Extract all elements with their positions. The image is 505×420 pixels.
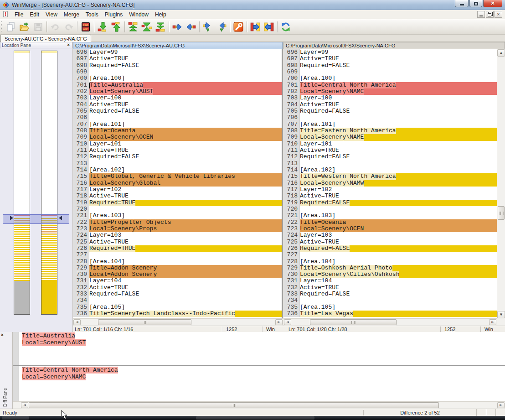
code-line[interactable]: 732Active=TRUE: [73, 285, 282, 291]
menu-item-merge[interactable]: Merge: [61, 10, 82, 19]
code-line[interactable]: 699: [73, 69, 282, 75]
left-pane-header[interactable]: C:\ProgramData\Microsoft\FSX\Scenery-AU.…: [73, 42, 283, 49]
code-line[interactable]: 705Required=FALSE: [73, 108, 282, 114]
code-line[interactable]: 731Layer=104: [73, 278, 282, 284]
right-pane-header[interactable]: C:\ProgramData\Microsoft\FSX\Scenery-NA.…: [283, 42, 505, 49]
code-line[interactable]: 710Layer=101: [283, 141, 497, 147]
code-line[interactable]: 696Layer=99: [283, 49, 497, 56]
code-line[interactable]: 735[Area.105]: [283, 304, 497, 311]
scroll-left-button[interactable]: ◄: [21, 402, 28, 408]
code-line[interactable]: 704Active=TRUE: [73, 102, 282, 108]
menu-item-window[interactable]: Window: [126, 10, 152, 19]
taskbar-item[interactable]: [2, 416, 29, 420]
copy-left-icon[interactable]: [184, 21, 198, 33]
menu-item-edit[interactable]: Edit: [26, 10, 42, 19]
code-line[interactable]: 709Local=Scenery\OCEN: [73, 134, 282, 140]
scroll-right-button[interactable]: ►: [275, 319, 283, 325]
save-icon[interactable]: [31, 21, 45, 33]
code-line[interactable]: 701Title=Central North America: [283, 82, 497, 88]
code-line[interactable]: 723Local=Scenery\OCEN: [283, 226, 497, 232]
mdi-minimize-button[interactable]: [477, 11, 485, 18]
menu-item-plugins[interactable]: Plugins: [102, 10, 126, 19]
vertical-scrollbar-thumb[interactable]: [498, 206, 505, 220]
maximize-button[interactable]: [469, 0, 482, 7]
windows-taskbar[interactable]: [0, 416, 505, 420]
code-line[interactable]: 699: [283, 69, 497, 75]
location-map-left-bar[interactable]: [14, 51, 30, 315]
code-line[interactable]: 697Active=TRUE: [73, 56, 282, 62]
taskbar-item[interactable]: [196, 416, 314, 420]
document-icon[interactable]: [2, 11, 9, 18]
code-line[interactable]: 729Title=Addon Scenery: [73, 265, 282, 271]
copy-right-advance-icon[interactable]: [201, 21, 215, 33]
code-line[interactable]: 696Layer=99: [73, 49, 282, 56]
redo-icon[interactable]: [62, 21, 76, 33]
code-line[interactable]: 701Title=Australia: [73, 82, 282, 88]
code-line[interactable]: 715Title=Western North America: [283, 173, 497, 180]
code-line[interactable]: 698Required=FALSE: [283, 62, 497, 69]
code-line[interactable]: 698Required=FALSE: [73, 62, 282, 69]
vertical-scrollbar[interactable]: ▲ ▼: [497, 49, 505, 318]
code-line[interactable]: 700[Area.100]: [73, 75, 282, 82]
code-line[interactable]: 702Local=Scenery\AUST: [73, 88, 282, 95]
open-file-icon[interactable]: [18, 21, 31, 33]
code-line[interactable]: 728[Area.104]: [73, 259, 282, 265]
menu-item-help[interactable]: Help: [152, 10, 170, 19]
code-line[interactable]: 734: [283, 297, 497, 304]
code-line[interactable]: 710Layer=101: [73, 141, 282, 147]
code-line[interactable]: 733Required=FALSE: [73, 291, 282, 297]
code-line[interactable]: 714[Area.102]: [73, 167, 282, 173]
code-line[interactable]: 720: [283, 206, 497, 213]
scroll-down-button[interactable]: ▼: [497, 311, 505, 318]
undo-icon[interactable]: [48, 21, 62, 33]
code-line[interactable]: 713: [73, 161, 282, 167]
code-line[interactable]: 700[Area.100]: [283, 75, 497, 82]
scroll-right-button[interactable]: ►: [497, 402, 505, 408]
close-button[interactable]: ✕: [483, 0, 502, 7]
next-difference-icon[interactable]: [96, 21, 109, 33]
minimize-button[interactable]: [455, 0, 469, 7]
code-line[interactable]: 736Title=SceneryTech Landclass--Indo-Pac…: [73, 311, 282, 317]
code-line[interactable]: 721[Area.103]: [283, 213, 497, 219]
copy-all-left-icon[interactable]: [262, 21, 276, 33]
code-line[interactable]: 726Required=TRUE: [73, 245, 282, 252]
code-line[interactable]: 706: [283, 114, 497, 121]
code-line[interactable]: 704Active=TRUE: [283, 102, 497, 108]
code-line[interactable]: 713: [283, 161, 497, 167]
mdi-close-button[interactable]: ×: [495, 11, 502, 18]
menu-item-file[interactable]: File: [11, 10, 26, 19]
location-visible-area-band[interactable]: [3, 214, 69, 224]
code-line[interactable]: 730Local=Addon Scenery: [73, 271, 282, 278]
right-code-area[interactable]: 696Layer=99697Active=TRUE698Required=FAL…: [283, 49, 497, 318]
code-line[interactable]: 727: [73, 252, 282, 258]
menu-item-tools[interactable]: Tools: [82, 10, 102, 19]
scroll-left-button[interactable]: ◄: [73, 319, 81, 325]
copy-right-icon[interactable]: [170, 21, 184, 33]
code-line[interactable]: 735[Area.105]: [73, 304, 282, 311]
tab-scenery-compare[interactable]: Scenery-AU.CFG - Scenery-NA.CFG: [0, 35, 91, 42]
location-map-right-bar[interactable]: [41, 51, 57, 315]
code-line[interactable]: 708Title=Eastern North America: [283, 128, 497, 134]
code-line[interactable]: 725Active=TRUE: [73, 239, 282, 245]
close-location-pane-button[interactable]: ×: [66, 43, 71, 47]
code-line[interactable]: 716Local=Scenery\NAMW: [283, 180, 497, 187]
code-line[interactable]: 734: [73, 297, 282, 304]
code-line[interactable]: 729Title=Oshkosh Aerial Photo: [283, 265, 497, 271]
code-line[interactable]: 706: [73, 114, 282, 121]
code-line[interactable]: 732Active=TRUE: [283, 285, 497, 291]
scroll-left-button[interactable]: ◄: [284, 319, 291, 325]
diff-hscroll-thumb[interactable]: [29, 402, 439, 408]
code-line[interactable]: 703Layer=100: [283, 95, 497, 101]
scroll-up-button[interactable]: ▲: [497, 49, 505, 57]
code-line[interactable]: 730Local=Scenery\Cities\Oshkosh: [283, 271, 497, 278]
new-file-icon[interactable]: [4, 21, 18, 33]
current-difference-icon[interactable]: [140, 21, 154, 33]
code-line[interactable]: 714[Area.102]: [283, 167, 497, 173]
code-line[interactable]: 731Layer=104: [283, 278, 497, 284]
code-line[interactable]: 722Title=Oceania: [283, 219, 497, 226]
code-line[interactable]: 702Local=Scenery\NAMC: [283, 88, 497, 95]
code-line[interactable]: 697Active=TRUE: [283, 56, 497, 62]
last-difference-icon[interactable]: [154, 21, 167, 33]
code-line[interactable]: 733Required=FALSE: [283, 291, 497, 297]
left-horizontal-scrollbar[interactable]: ◄ ►: [73, 318, 283, 326]
